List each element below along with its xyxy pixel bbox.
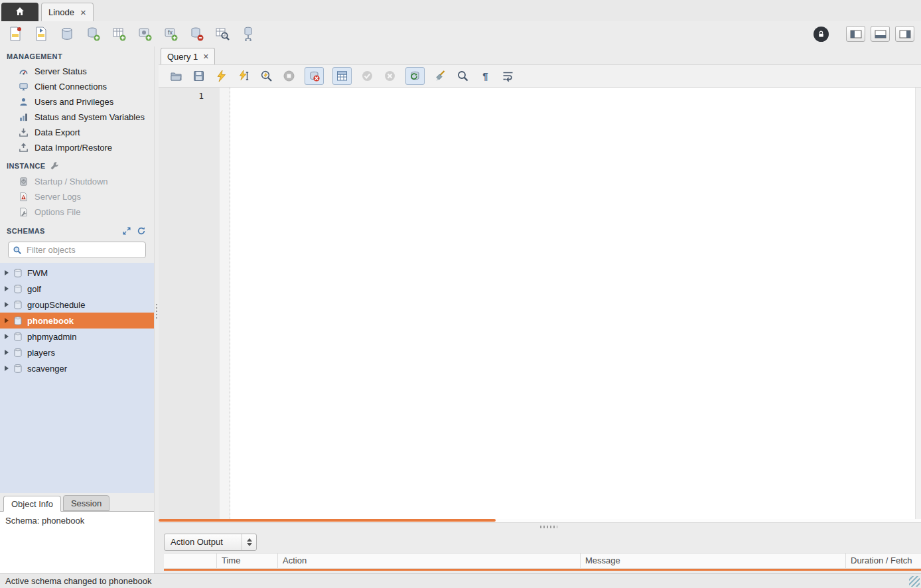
splitter-grip-icon xyxy=(156,304,157,319)
stop-execution-icon[interactable] xyxy=(282,69,296,83)
instance-section-title: INSTANCE xyxy=(0,155,154,174)
close-icon[interactable]: × xyxy=(203,52,208,61)
toggle-output-panel-icon[interactable] xyxy=(871,26,890,42)
status-bar-message: Active schema changed to phonebook xyxy=(5,576,151,586)
sidebar-item-data-export[interactable]: Data Export xyxy=(0,125,154,140)
schema-row-groupschedule[interactable]: groupSchedule xyxy=(0,297,154,313)
output-panel-splitter[interactable] xyxy=(159,522,921,531)
rollback-icon[interactable] xyxy=(383,69,397,83)
schema-filter-box xyxy=(8,242,146,258)
close-icon[interactable]: × xyxy=(80,7,86,17)
refresh-schemas-icon[interactable] xyxy=(137,226,146,236)
output-col-duration[interactable]: Duration / Fetch xyxy=(846,553,921,568)
open-file-icon[interactable] xyxy=(169,69,183,83)
expand-schemas-icon[interactable] xyxy=(122,226,131,236)
toggle-left-sidebar-icon[interactable] xyxy=(846,26,865,42)
output-view-selector[interactable]: Action Output xyxy=(164,534,257,551)
sidebar-item-label: Options File xyxy=(35,207,80,217)
schema-row-scavenger[interactable]: scavenger xyxy=(0,360,154,376)
expand-arrow-icon[interactable] xyxy=(5,334,9,339)
toggle-word-wrap-icon[interactable] xyxy=(501,69,515,83)
selector-spinner[interactable] xyxy=(242,534,256,550)
schema-row-players[interactable]: players xyxy=(0,344,154,360)
sidebar-item-server-logs[interactable]: Server Logs xyxy=(0,189,154,204)
editor-vertical-scrollbar[interactable] xyxy=(915,88,921,519)
sidebar-item-users-and-privileges[interactable]: Users and Privileges xyxy=(0,94,154,110)
home-icon xyxy=(14,6,26,19)
schema-icon xyxy=(13,300,23,310)
schema-name: phonebook xyxy=(27,316,74,326)
resize-grip-icon[interactable] xyxy=(909,576,920,587)
find-icon[interactable] xyxy=(456,69,470,83)
expand-arrow-icon[interactable] xyxy=(5,302,9,307)
execute-current-statement-icon[interactable] xyxy=(237,69,251,83)
schema-icon xyxy=(13,316,23,326)
expand-arrow-icon[interactable] xyxy=(5,286,9,291)
drop-object-icon[interactable] xyxy=(188,25,205,42)
output-view-selector-value: Action Output xyxy=(171,537,223,547)
show-invisible-characters-icon[interactable]: ¶ xyxy=(478,69,492,83)
toggle-limit-rows-button[interactable] xyxy=(332,67,352,85)
schema-row-phpmyadmin[interactable]: phpmyadmin xyxy=(0,329,154,344)
output-col-action[interactable]: Action xyxy=(278,553,581,568)
tab-session[interactable]: Session xyxy=(63,495,109,511)
schema-icon xyxy=(13,284,23,294)
output-col-message[interactable]: Message xyxy=(581,553,846,568)
sql-editor[interactable]: 1 xyxy=(159,88,921,519)
code-input-area[interactable] xyxy=(230,88,915,519)
schema-list: FWM golf groupSchedule phonebook xyxy=(0,263,154,493)
sidebar-item-startup-shutdown[interactable]: Startup / Shutdown xyxy=(0,174,154,189)
sidebar-splitter[interactable] xyxy=(154,46,159,573)
toggle-stop-on-error-button[interactable] xyxy=(305,67,324,85)
schema-row-fwm[interactable]: FWM xyxy=(0,265,154,281)
open-sql-script-icon[interactable] xyxy=(33,25,50,42)
data-import-icon xyxy=(19,143,29,153)
code-folding-margin xyxy=(220,88,230,519)
connection-status-icon[interactable] xyxy=(814,27,829,42)
schemas-section-title: SCHEMAS xyxy=(7,227,45,235)
create-schema-icon[interactable] xyxy=(58,25,76,42)
create-procedure-icon[interactable] xyxy=(136,25,153,42)
search-table-data-icon[interactable] xyxy=(214,25,231,42)
expand-arrow-icon[interactable] xyxy=(5,270,9,275)
pilcrow-glyph: ¶ xyxy=(482,70,488,82)
sidebar-item-client-connections[interactable]: Client Connections xyxy=(0,79,154,94)
execute-script-icon[interactable] xyxy=(214,69,228,83)
sidebar-item-server-status[interactable]: Server Status xyxy=(0,64,154,79)
reconnect-server-icon[interactable] xyxy=(240,25,257,42)
schema-row-phonebook-selected[interactable]: phonebook xyxy=(0,313,154,329)
new-query-tab-icon[interactable] xyxy=(7,25,24,42)
create-table-icon[interactable] xyxy=(84,25,102,42)
commit-icon[interactable] xyxy=(360,69,374,83)
sidebar-item-label: Data Export xyxy=(35,127,80,137)
schema-filter-input[interactable] xyxy=(25,244,141,256)
create-function-icon[interactable]: fx xyxy=(162,25,179,42)
beautify-sql-icon[interactable] xyxy=(433,69,447,83)
tab-object-info[interactable]: Object Info xyxy=(3,496,61,512)
connection-tab-linode[interactable]: Linode × xyxy=(41,3,94,21)
toggle-autocommit-button[interactable] xyxy=(405,67,425,85)
limit-rows-icon xyxy=(335,69,349,83)
management-section-title: MANAGEMENT xyxy=(0,46,154,64)
scrollbar-thumb[interactable] xyxy=(159,519,496,522)
expand-arrow-icon[interactable] xyxy=(5,366,9,371)
output-col-time[interactable]: Time xyxy=(217,553,278,568)
save-script-icon[interactable] xyxy=(192,69,206,83)
query-tab-1[interactable]: Query 1 × xyxy=(161,48,215,64)
explain-plan-icon[interactable] xyxy=(259,69,273,83)
sidebar-item-data-import-restore[interactable]: Data Import/Restore xyxy=(0,140,154,155)
sidebar-item-status-system-variables[interactable]: Status and System Variables xyxy=(0,110,154,125)
sidebar-item-options-file[interactable]: Options File xyxy=(0,204,154,220)
users-privileges-icon xyxy=(19,97,29,107)
create-view-icon[interactable] xyxy=(110,25,127,42)
toggle-right-sidebar-icon[interactable] xyxy=(895,26,914,42)
schema-row-golf[interactable]: golf xyxy=(0,281,154,297)
output-panel-toolbar: Action Output xyxy=(159,531,921,553)
expand-arrow-icon[interactable] xyxy=(5,318,9,323)
sidebar-item-label: Server Logs xyxy=(35,192,81,202)
schema-name: FWM xyxy=(27,268,48,278)
expand-arrow-icon[interactable] xyxy=(5,350,9,355)
schema-name: players xyxy=(27,348,55,358)
home-tab[interactable] xyxy=(1,3,38,21)
spinner-up-icon xyxy=(247,538,252,542)
